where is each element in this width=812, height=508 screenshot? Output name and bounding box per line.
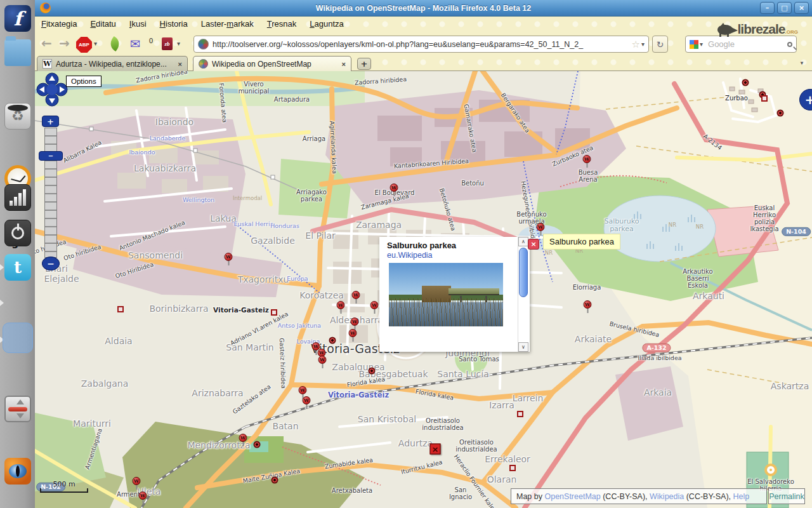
tab-osm[interactable]: Wikipedia on OpenStreetMap ×	[193, 56, 351, 71]
maximize-button[interactable]: □	[777, 2, 792, 14]
popup-wikipedia-link[interactable]: eu.Wikipedia	[387, 251, 530, 260]
wikipedia-marker-pin[interactable]: W	[318, 356, 327, 368]
wikipedia-marker-sel[interactable]: ×	[430, 444, 441, 455]
wikipedia-marker-pin[interactable]: W	[337, 301, 345, 314]
wikipedia-marker-pin[interactable]: W	[352, 291, 360, 304]
wikipedia-marker-pin[interactable]: W	[139, 491, 147, 504]
menu-historia[interactable]: Historia	[160, 19, 188, 32]
scroll-down-icon[interactable]: ∨	[518, 342, 528, 352]
map-label: Arkaia	[644, 388, 672, 398]
popup-close-icon[interactable]: ×	[528, 239, 539, 250]
wikipedia-marker-dot[interactable]	[254, 441, 261, 448]
url-dropdown-icon[interactable]: ▾	[641, 41, 645, 48]
librezale-logo: librezale .ORG	[716, 22, 799, 37]
scrollbar-thumb[interactable]	[519, 248, 528, 297]
wikipedia-marker-pin[interactable]: W	[584, 300, 592, 313]
wikipedia-marker-pin[interactable]: W	[303, 396, 311, 409]
tab-adurtza[interactable]: W Adurtza - Wikipedia, entziklope... ×	[37, 56, 188, 71]
wikipedia-marker-sq[interactable]	[117, 306, 124, 312]
zoom-in-button[interactable]: +	[42, 116, 59, 127]
fedora-launcher-icon[interactable]: f	[4, 5, 31, 32]
wikipedia-marker-sq[interactable]	[271, 309, 277, 316]
pan-control[interactable]	[36, 72, 68, 107]
wikipedia-marker-sq[interactable]	[517, 411, 523, 417]
map-label: Artapadura	[274, 96, 310, 103]
wikipedia-marker-pin[interactable]: W	[390, 184, 398, 196]
tab-close-icon[interactable]: ×	[178, 60, 182, 68]
wikipedia-marker-pin[interactable]: W	[225, 253, 233, 265]
map-label: San Ignacio	[449, 486, 472, 500]
firefox-app-icon[interactable]	[4, 458, 31, 485]
search-engine-dropdown-icon[interactable]: ▾	[700, 41, 703, 48]
wikipedia-link[interactable]: Wikipedia	[650, 492, 684, 501]
zoom-slider-handle[interactable]: −	[39, 151, 63, 161]
browser-chrome: FitxategiaEditatuIkusiHistoriaLaster-mar…	[35, 17, 812, 71]
wikipedia-marker-sq[interactable]	[509, 465, 516, 471]
wikipedia-marker-pin[interactable]: W	[370, 301, 379, 314]
folder-icon[interactable]	[4, 39, 31, 66]
marker-tail	[393, 192, 395, 196]
zb-dropdown-icon[interactable]: ▾	[177, 40, 180, 47]
map-label: San Kristobal	[358, 415, 416, 424]
wikipedia-marker-dot[interactable]	[329, 337, 336, 344]
map-label: NR	[669, 222, 676, 228]
mail-addon-icon[interactable]: ✉	[130, 36, 141, 51]
back-button[interactable]: ←	[41, 36, 52, 51]
clock-hand	[20, 175, 25, 182]
adblock-plus-icon[interactable]: ABP	[76, 37, 92, 53]
tab-close-icon[interactable]: ×	[342, 60, 346, 68]
url-text[interactable]: http://toolserver.org/~kolossos/openlaye…	[213, 40, 631, 49]
zoom-out-button[interactable]: −	[42, 257, 60, 271]
popup-photo[interactable]	[389, 263, 503, 326]
map-label: Santa Lucía	[437, 370, 488, 379]
wikipedia-marker-pin[interactable]: W	[349, 329, 357, 342]
menu-editatu[interactable]: Editatu	[90, 19, 115, 32]
menu-lastermarkak[interactable]: Laster-markak	[201, 19, 254, 32]
reload-button[interactable]: ↻	[652, 36, 668, 53]
power-button-icon[interactable]	[4, 220, 31, 246]
twitter-icon[interactable]: t	[4, 254, 31, 281]
window-resizer-icon[interactable]	[4, 396, 31, 422]
trash-icon[interactable]: ♻	[4, 103, 31, 130]
wikipedia-marker-dot[interactable]	[742, 79, 749, 86]
map-label: Txagorritxu	[238, 275, 289, 284]
menu-tresnak[interactable]: Tresnak	[267, 19, 297, 32]
osm-link[interactable]: OpenStreetMap	[544, 492, 600, 501]
system-monitor-icon[interactable]	[4, 184, 31, 211]
wikipedia-marker-dot[interactable]	[272, 477, 278, 484]
zoom-slider-track[interactable]	[44, 128, 57, 258]
menu-ikusi[interactable]: Ikusi	[129, 19, 147, 32]
list-all-tabs-icon[interactable]: ▼	[799, 60, 804, 66]
wikipedia-marker-sq[interactable]	[761, 95, 768, 102]
wikipedia-marker-pin[interactable]: W	[239, 434, 247, 446]
minimize-button[interactable]: –	[760, 2, 775, 14]
wikipedia-marker-dot[interactable]	[777, 110, 784, 117]
red-bar	[8, 407, 27, 411]
marker-head: W	[583, 155, 591, 163]
scroll-up-icon[interactable]: ∧	[518, 237, 528, 246]
zb-addon-icon[interactable]: zb	[162, 37, 173, 50]
map-label: Ariznabarra	[192, 389, 243, 398]
adblock-dropdown-icon[interactable]: ▾	[94, 40, 97, 47]
map-label: Elejalde	[44, 274, 79, 284]
menu-fitxategia[interactable]: Fitxategia	[41, 19, 77, 32]
bookmark-star-icon[interactable]: ☆	[632, 39, 640, 50]
popup-scrollbar[interactable]: ∧ ∨	[518, 237, 528, 352]
search-bar[interactable]: ▾ Google	[685, 36, 797, 53]
search-icon[interactable]	[787, 42, 792, 47]
url-bar[interactable]: http://toolserver.org/~kolossos/openlaye…	[193, 36, 649, 53]
new-tab-button[interactable]: +	[357, 58, 371, 70]
wikipedia-marker-pin[interactable]: W	[583, 155, 591, 168]
wikipedia-marker-pin[interactable]: W	[133, 477, 141, 490]
menu-laguntza[interactable]: Laguntza	[310, 19, 344, 32]
leaf-addon-icon[interactable]	[107, 36, 122, 51]
close-button[interactable]: ×	[794, 2, 809, 14]
permalink-link[interactable]: Permalink	[768, 488, 805, 504]
wikipedia-marker-pin[interactable]: W	[351, 318, 359, 330]
forward-button[interactable]: →	[59, 36, 70, 51]
window-titlebar[interactable]: Wikipedia on OpenStreetMap - Mozilla Fir…	[35, 0, 812, 17]
marker-tail	[322, 364, 323, 368]
map-viewport[interactable]: Vivero municipalZadorra hiribideaZadorra…	[35, 71, 812, 508]
wikipedia-marker-dot[interactable]	[369, 368, 376, 375]
help-link[interactable]: Help	[733, 492, 750, 501]
